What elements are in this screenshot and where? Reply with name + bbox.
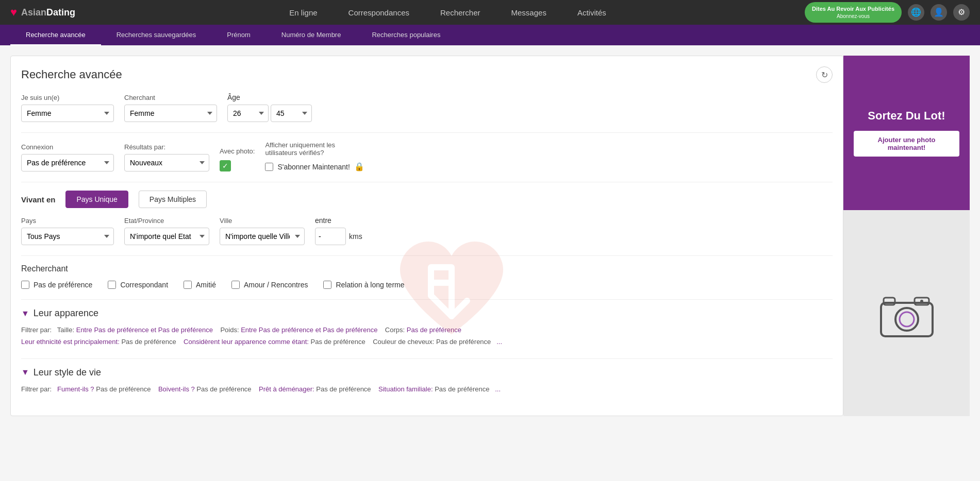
main-nav-links: En ligne Correspondances Rechercher Mess… [91, 8, 805, 17]
subnav-prenom[interactable]: Prénom [211, 25, 266, 45]
avec-photo-checkbox[interactable]: ✓ [220, 160, 231, 171]
entre-inputs: kms [315, 228, 362, 245]
style-filtrer-label: Filtrer par: [21, 385, 52, 393]
vivant-en-section: Vivant en Pays Unique Pays Multiples Pay… [21, 182, 833, 245]
cb-amour[interactable] [231, 281, 240, 289]
poids-label: Poids: [220, 326, 239, 334]
apparence-more[interactable]: ... [496, 338, 502, 346]
right-sidebar: Sortez Du Lot! Ajouter une photo mainten… [843, 56, 970, 416]
subnav-recherches-sauvegardees[interactable]: Recherches sauvegardées [101, 25, 212, 45]
ethnicite-value: Pas de préférence [121, 338, 176, 346]
user-avatar[interactable]: 👤 [931, 4, 947, 21]
connexion-select[interactable]: Pas de préférence [21, 154, 114, 171]
pays-select[interactable]: Tous Pays [21, 228, 114, 245]
leur-style-title: Leur style de vie [34, 367, 101, 378]
recherchant-section: Recherchant Pas de préférence Correspond… [21, 255, 833, 289]
leur-style-header[interactable]: ▼ Leur style de vie [21, 367, 833, 378]
pays-unique-button[interactable]: Pays Unique [65, 191, 128, 208]
add-photo-button[interactable]: Ajouter une photo maintenant! [854, 131, 959, 157]
corps-label: Corps: [385, 326, 405, 334]
cb-long-terme-label: Relation à long terme [336, 281, 404, 289]
je-suis-group: Je suis un(e) Femme [21, 94, 114, 122]
demenager-link[interactable]: Prêt à déménager: [259, 385, 314, 393]
sub-navigation: Recherche avancée Recherches sauvegardée… [0, 25, 980, 45]
cherchant-select[interactable]: Femme [124, 105, 217, 122]
recherchant-pas-preference: Pas de préférence [21, 281, 92, 289]
search-panel: Recherche avancée ↻ Je suis un(e) Femme … [10, 56, 843, 416]
je-suis-select[interactable]: Femme [21, 105, 114, 122]
globe-icon[interactable]: 🌐 [908, 4, 924, 21]
poids-value[interactable]: Entre Pas de préférence et Pas de préfér… [241, 326, 377, 334]
leur-style-filters: Filtrer par: Fument-ils ? Pas de préfére… [21, 383, 833, 395]
boivent-value: Pas de préférence [196, 385, 251, 393]
style-more[interactable]: ... [495, 385, 501, 393]
cherchant-label: Cherchant [124, 94, 217, 101]
basic-filters-row: Je suis un(e) Femme Cherchant Femme Âge … [21, 93, 833, 122]
entre-label: entre [315, 216, 362, 225]
refresh-button[interactable]: ↻ [816, 66, 833, 83]
svg-point-2 [900, 312, 914, 327]
etat-label: Etat/Province [124, 217, 209, 225]
promo-title: Sortez Du Lot! [868, 109, 945, 123]
recherchant-amour: Amour / Rencontres [231, 281, 308, 289]
leur-apparence-title: Leur apparence [34, 308, 98, 319]
chevron-style-icon: ▼ [21, 368, 29, 377]
apparence-link[interactable]: Considèrent leur apparence comme étant: [184, 338, 309, 346]
leur-apparence-header[interactable]: ▼ Leur apparence [21, 308, 833, 319]
cheveux-label: Couleur de cheveux: [373, 338, 434, 346]
ethnicite-link[interactable]: Leur ethnicité est principalement: [21, 338, 120, 346]
connexion-row: Connexion Pas de préférence Résultats pa… [21, 141, 833, 171]
cb-pas-preference[interactable] [21, 281, 29, 289]
kms-input[interactable] [315, 228, 346, 245]
sabonner-label: S'abonner Maintenant! [277, 163, 350, 171]
recherchant-long-terme: Relation à long terme [323, 281, 404, 289]
taille-value[interactable]: Entre Pas de préférence et Pas de préfér… [76, 326, 213, 334]
cb-correspondant[interactable] [108, 281, 116, 289]
svg-point-5 [920, 300, 923, 303]
famille-link[interactable]: Situation familiale: [378, 385, 433, 393]
nav-en-ligne[interactable]: En ligne [289, 8, 317, 17]
logo[interactable]: ♥ AsianDating [10, 6, 75, 19]
nav-rechercher[interactable]: Rechercher [440, 8, 480, 17]
subnav-numero-membre[interactable]: Numéro de Membre [266, 25, 357, 45]
cb-correspondant-label: Correspondant [120, 281, 168, 289]
fument-link[interactable]: Fument-ils ? [57, 385, 94, 393]
leur-style-section: ▼ Leur style de vie Filtrer par: Fument-… [21, 358, 833, 395]
pays-label: Pays [21, 217, 114, 225]
afficher-verified-checkbox[interactable] [265, 163, 273, 171]
settings-icon[interactable]: ⚙ [953, 4, 970, 21]
nav-correspondances[interactable]: Correspondances [348, 8, 409, 17]
boivent-link[interactable]: Boivent-ils ? [158, 385, 195, 393]
pays-group: Pays Tous Pays [21, 217, 114, 245]
connexion-group: Connexion Pas de préférence [21, 143, 114, 171]
subnav-recherche-avancee[interactable]: Recherche avancée [10, 25, 101, 45]
top-navigation: ♥ AsianDating En ligne Correspondances R… [0, 0, 980, 25]
cb-long-terme[interactable] [323, 281, 331, 289]
etat-select[interactable]: N'importe quel Etat [124, 228, 209, 245]
age-max-select[interactable]: 45 [271, 105, 312, 122]
subscribe-ad-button[interactable]: Dites Au Revoir Aux Publicités Abonnez-v… [805, 2, 902, 22]
entre-group: entre kms [315, 216, 362, 245]
recherchant-amitie: Amitié [184, 281, 216, 289]
fument-value: Pas de préférence [96, 385, 151, 393]
pays-multiples-button[interactable]: Pays Multiples [139, 191, 207, 208]
cb-amitie[interactable] [184, 281, 192, 289]
vivant-en-header: Vivant en Pays Unique Pays Multiples [21, 191, 833, 208]
kms-unit: kms [349, 232, 362, 240]
resultats-group: Résultats par: Nouveaux [124, 143, 209, 171]
resultats-label: Résultats par: [124, 143, 209, 151]
photo-placeholder-box [843, 210, 970, 416]
age-label: Âge [227, 93, 312, 101]
ville-select[interactable]: N'importe quelle Ville [220, 228, 305, 245]
cb-pas-preference-label: Pas de préférence [34, 281, 92, 289]
taille-label: Taille: [57, 326, 74, 334]
resultats-select[interactable]: Nouveaux [124, 154, 209, 171]
panel-title-row: Recherche avancée ↻ [21, 66, 833, 83]
nav-activites[interactable]: Activités [577, 8, 606, 17]
nav-messages[interactable]: Messages [511, 8, 546, 17]
age-min-select[interactable]: 26 [227, 105, 269, 122]
subnav-recherches-populaires[interactable]: Recherches populaires [356, 25, 456, 45]
corps-value[interactable]: Pas de préférence [407, 326, 461, 334]
cherchant-group: Cherchant Femme [124, 94, 217, 122]
recherchant-checkboxes: Pas de préférence Correspondant Amitié A… [21, 281, 833, 289]
